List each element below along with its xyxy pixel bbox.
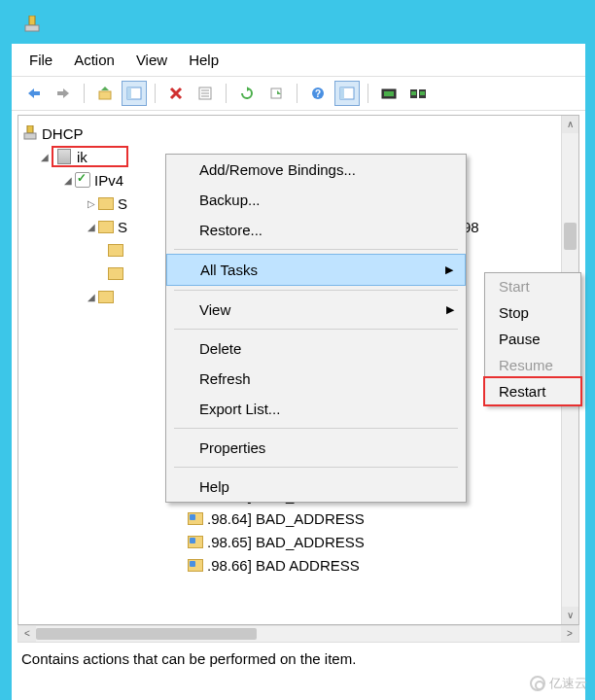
submenu-resume: Resume: [485, 352, 580, 378]
folder-icon: [108, 244, 123, 257]
svg-rect-23: [24, 133, 36, 139]
svg-rect-6: [127, 88, 131, 99]
watermark-icon: [530, 676, 545, 691]
submenu-arrow-icon: ▶: [446, 303, 454, 316]
forward-button[interactable]: [51, 81, 76, 106]
toolbar: ?: [12, 76, 585, 111]
address-icon: [188, 536, 203, 548]
all-tasks-submenu: Start Stop Pause Resume Restart: [484, 272, 581, 405]
horizontal-scrollbar[interactable]: < >: [18, 625, 579, 643]
status-bar: Contains actions that can be performed o…: [12, 643, 585, 675]
expander-icon[interactable]: ▷: [85, 198, 98, 209]
server-icon-1[interactable]: [376, 81, 402, 106]
back-button[interactable]: [21, 81, 47, 106]
svg-rect-3: [57, 91, 64, 95]
scroll-left-icon[interactable]: <: [18, 626, 36, 642]
menu-properties[interactable]: Properties: [166, 433, 466, 463]
server-icon-2[interactable]: [405, 81, 431, 106]
separator: [368, 84, 368, 103]
view-button[interactable]: [334, 81, 360, 106]
menu-refresh[interactable]: Refresh: [166, 364, 466, 394]
menu-help[interactable]: Help: [189, 52, 219, 68]
menu-view[interactable]: View: [136, 52, 167, 68]
address-icon: [188, 559, 203, 572]
export-button[interactable]: [263, 81, 289, 106]
separator: [297, 84, 298, 103]
list-item[interactable]: .98.66] BAD ADDRESS: [207, 557, 360, 574]
properties-button[interactable]: [192, 81, 218, 106]
show-hide-tree-button[interactable]: [122, 81, 147, 106]
list-item[interactable]: .98.64] BAD_ADDRESS: [207, 510, 365, 527]
menu-action[interactable]: Action: [74, 52, 115, 68]
svg-rect-21: [420, 91, 425, 95]
expander-icon[interactable]: ◢: [38, 152, 52, 162]
list-item[interactable]: .98.65] BAD_ADDRESS: [207, 534, 365, 550]
dhcp-icon: [22, 125, 38, 141]
scroll-down-icon[interactable]: ∨: [562, 607, 578, 624]
address-icon: [188, 512, 203, 525]
up-button[interactable]: [92, 81, 118, 106]
menu-file[interactable]: File: [29, 52, 52, 68]
menu-divider: [174, 428, 458, 429]
ipv4-icon: [75, 172, 90, 188]
svg-rect-22: [27, 125, 33, 133]
scroll-thumb[interactable]: [564, 223, 577, 250]
delete-button[interactable]: [163, 81, 189, 106]
menu-delete[interactable]: Delete: [166, 333, 466, 364]
menu-divider: [174, 249, 458, 250]
separator: [155, 84, 156, 103]
menu-add-remove-bindings[interactable]: Add/Remove Bindings...: [166, 155, 466, 185]
folder-icon: [98, 197, 114, 210]
watermark: 亿速云: [530, 675, 587, 692]
svg-rect-1: [25, 25, 39, 31]
submenu-pause[interactable]: Pause: [485, 326, 580, 352]
menu-all-tasks[interactable]: All Tasks▶: [166, 254, 466, 286]
folder-icon: [98, 221, 114, 233]
menu-divider: [174, 467, 458, 468]
svg-rect-4: [99, 91, 111, 99]
scroll-thumb[interactable]: [36, 628, 257, 640]
app-icon: [23, 16, 41, 33]
ipv4-node[interactable]: IPv4: [94, 172, 123, 189]
submenu-restart[interactable]: Restart: [485, 378, 580, 404]
separator: [226, 84, 227, 103]
scroll-right-icon[interactable]: >: [561, 626, 578, 642]
svg-rect-17: [384, 91, 394, 96]
svg-rect-0: [29, 16, 35, 25]
menu-backup[interactable]: Backup...: [166, 185, 466, 215]
server-label: ik: [77, 149, 88, 165]
tree-root[interactable]: DHCP: [42, 125, 84, 142]
separator: [84, 84, 85, 103]
folder-icon: [108, 267, 123, 280]
menu-restore[interactable]: Restore...: [166, 215, 466, 245]
context-menu: Add/Remove Bindings... Backup... Restore…: [165, 154, 467, 503]
menu-divider: [174, 290, 458, 291]
menu-view[interactable]: View▶: [166, 295, 466, 325]
svg-rect-19: [411, 91, 416, 95]
svg-rect-15: [340, 88, 344, 99]
expander-icon[interactable]: ◢: [85, 222, 98, 232]
help-button[interactable]: ?: [305, 81, 331, 106]
menu-export-list[interactable]: Export List...: [166, 394, 466, 424]
submenu-stop[interactable]: Stop: [485, 299, 580, 326]
submenu-arrow-icon: ▶: [445, 263, 453, 276]
scope-node[interactable]: S: [118, 219, 127, 235]
menu-help[interactable]: Help: [166, 472, 466, 502]
server-node[interactable]: ik: [52, 146, 128, 167]
folder-icon: [98, 291, 114, 303]
refresh-button[interactable]: [234, 81, 260, 106]
expander-icon[interactable]: ◢: [85, 292, 98, 302]
scope-node[interactable]: S: [118, 195, 127, 212]
svg-text:?: ?: [315, 88, 321, 99]
submenu-start: Start: [485, 273, 580, 299]
scroll-up-icon[interactable]: ∧: [562, 116, 578, 133]
server-icon: [57, 149, 71, 164]
svg-rect-2: [33, 91, 40, 95]
menu-divider: [174, 329, 458, 330]
menubar: File Action View Help: [12, 44, 585, 76]
expander-icon[interactable]: ◢: [61, 175, 75, 186]
